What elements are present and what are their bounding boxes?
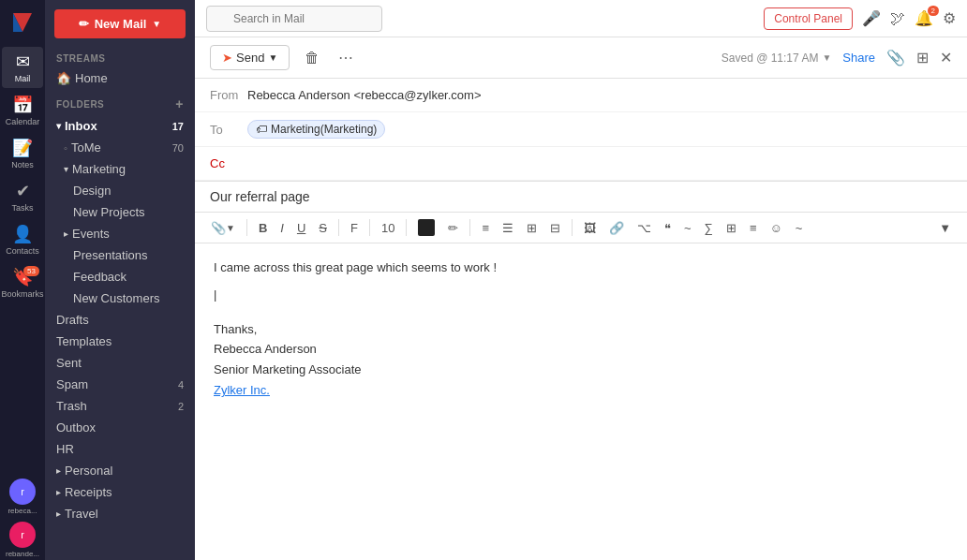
compose-area: ➤ Send ▼ 🗑 ⋯ Saved @ 11:17 AM ▼ Share 📎 … [195, 37, 967, 560]
sidebar-item-presentations[interactable]: Presentations [45, 244, 195, 266]
saved-dropdown-icon[interactable]: ▼ [822, 52, 831, 63]
share-button[interactable]: Share [842, 51, 875, 65]
more-options-button[interactable]: ⋯ [335, 45, 357, 70]
list-button[interactable]: ☰ [498, 218, 518, 238]
sidebar-item-events[interactable]: ▸ Events [45, 223, 195, 244]
bold-button[interactable]: B [254, 218, 272, 238]
bookmarks-badge: 53 [23, 266, 39, 276]
strikethrough-button[interactable]: S [314, 218, 332, 238]
indent-button[interactable]: ⊞ [522, 218, 542, 238]
send-icon: ➤ [222, 51, 232, 65]
nav-notes[interactable]: 📝 Notes [2, 133, 43, 174]
sidebar-item-home[interactable]: 🏠 Home [45, 67, 195, 89]
sig-thanks: Thanks, [214, 320, 948, 340]
top-bar: 🔍 Control Panel 🎤 🕊 🔔 2 ⚙ [195, 0, 967, 37]
toolbar-separator-6 [572, 219, 573, 236]
sidebar-item-drafts[interactable]: Drafts [45, 309, 195, 331]
more-format-button[interactable]: ▼ [934, 218, 956, 238]
settings-icon[interactable]: ⚙ [943, 9, 956, 27]
sidebar-item-spam[interactable]: Spam 4 [45, 374, 195, 395]
contacts-icon[interactable]: 🕊 [890, 10, 905, 27]
close-compose-icon[interactable]: ✕ [940, 49, 952, 66]
control-panel-button[interactable]: Control Panel [764, 7, 853, 30]
nav-calendar[interactable]: 📅 Calendar [2, 90, 43, 131]
nav-tasks[interactable]: ✔ Tasks [2, 176, 43, 217]
underline-button[interactable]: U [292, 218, 310, 238]
image-button[interactable]: 🖼 [579, 218, 601, 238]
to-row[interactable]: To 🏷 Marketing(Marketing) [195, 112, 967, 147]
attach-button[interactable]: 📎 ▼ [206, 218, 240, 238]
sidebar-item-personal[interactable]: ▸ Personal [45, 460, 195, 481]
font-size-button[interactable]: 10 [377, 218, 399, 238]
sidebar-item-travel[interactable]: ▸ Travel [45, 503, 195, 524]
sidebar-item-receipts[interactable]: ▸ Receipts [45, 481, 195, 503]
sidebar-item-sent[interactable]: Sent [45, 352, 195, 374]
saved-info: Saved @ 11:17 AM ▼ [722, 52, 831, 65]
attachment-view-icon[interactable]: 📎 [886, 49, 905, 66]
compose-body[interactable]: I came across this great page which seem… [195, 243, 967, 560]
icon-rail: ✉ Mail 📅 Calendar 📝 Notes ✔ Tasks 👤 Cont… [0, 0, 45, 560]
sidebar-item-design[interactable]: Design [45, 180, 195, 201]
add-folder-icon[interactable]: + [175, 96, 184, 111]
nav-contacts[interactable]: 👤 Contacts [2, 219, 43, 260]
format-toolbar: 📎 ▼ B I U S F 10 ✏ ≡ ☰ ⊞ ⊟ 🖼 🔗 ⌥ ❝ ~ ∑ ⊞ [195, 213, 967, 243]
microphone-icon[interactable]: 🎤 [862, 9, 881, 27]
toolbar-separator-2 [338, 219, 339, 236]
code-button[interactable]: ⌥ [632, 218, 656, 238]
nav-bookmarks[interactable]: 53 🔖 Bookmarks [2, 262, 43, 303]
to-badge-icon: 🏷 [256, 123, 267, 136]
italic-button[interactable]: I [275, 218, 289, 238]
align-button[interactable]: ≡ [477, 218, 494, 238]
sidebar-item-trash[interactable]: Trash 2 [45, 395, 195, 417]
app-logo [7, 7, 37, 37]
from-row: From Rebecca Anderson <rebecca@zylker.co… [195, 79, 967, 112]
sidebar-item-marketing[interactable]: ▾ Marketing [45, 158, 195, 180]
outdent-button[interactable]: ⊟ [545, 218, 565, 238]
link-button[interactable]: 🔗 [604, 218, 629, 238]
subject-row[interactable]: Our referral page [195, 182, 967, 213]
text-color-button[interactable] [413, 216, 439, 239]
sidebar-item-tome[interactable]: ◦ ToMe 70 [45, 137, 195, 158]
nav-recent1[interactable]: r rebeca... [2, 476, 43, 517]
list2-button[interactable]: ≡ [745, 218, 762, 238]
cc-row[interactable]: Cc [195, 147, 967, 181]
main-area: 🔍 Control Panel 🎤 🕊 🔔 2 ⚙ ➤ Send ▼ 🗑 ⋯ [195, 0, 967, 560]
sig-name: Rebecca Anderson [214, 340, 948, 360]
sidebar-item-outbox[interactable]: Outbox [45, 417, 195, 438]
top-bar-right: Control Panel 🎤 🕊 🔔 2 ⚙ [764, 7, 956, 30]
notifications-badge: 2 [928, 6, 939, 16]
more-icon[interactable]: ⊞ [916, 49, 929, 66]
sidebar-item-feedback[interactable]: Feedback [45, 266, 195, 287]
sidebar: ✏ New Mail ▼ STREAMS 🏠 Home FOLDERS + ▾ … [45, 0, 195, 560]
search-input[interactable] [206, 6, 382, 32]
toolbar-separator-5 [469, 219, 470, 236]
sidebar-item-hr[interactable]: HR [45, 438, 195, 460]
math-button[interactable]: ~ [679, 218, 696, 238]
delete-button[interactable]: 🗑 [301, 46, 323, 70]
home-icon: 🏠 [56, 71, 71, 85]
new-mail-button[interactable]: ✏ New Mail ▼ [54, 9, 186, 38]
table-button[interactable]: ⊞ [722, 218, 741, 238]
chart-button[interactable]: ∑ [700, 218, 718, 238]
nav-bookmarks-label: Bookmarks [2, 289, 44, 299]
sidebar-item-new-projects[interactable]: New Projects [45, 201, 195, 223]
quote-button[interactable]: ❝ [660, 218, 676, 238]
sidebar-item-templates[interactable]: Templates [45, 331, 195, 352]
spam-count: 4 [178, 379, 184, 391]
emoji-button[interactable]: ☺ [765, 218, 786, 238]
nav-mail[interactable]: ✉ Mail [2, 47, 43, 88]
nav-recent1-label: rebeca... [7, 507, 37, 515]
notifications-icon[interactable]: 🔔 2 [915, 9, 933, 27]
nav-contacts-label: Contacts [6, 246, 39, 256]
to-label: To [210, 123, 247, 137]
sidebar-item-new-customers[interactable]: New Customers [45, 287, 195, 309]
signature-button[interactable]: ~ [791, 218, 808, 238]
font-family-button[interactable]: F [346, 218, 363, 238]
body-line1: I came across this great page which seem… [214, 258, 948, 278]
send-button[interactable]: ➤ Send ▼ [210, 45, 290, 70]
sig-company-link[interactable]: Zylker Inc. [214, 383, 270, 397]
highlight-button[interactable]: ✏ [443, 218, 463, 238]
from-label: From [210, 88, 247, 102]
sidebar-item-inbox[interactable]: ▾ Inbox 17 [45, 115, 195, 137]
nav-recent2[interactable]: r rebande... [2, 519, 43, 560]
